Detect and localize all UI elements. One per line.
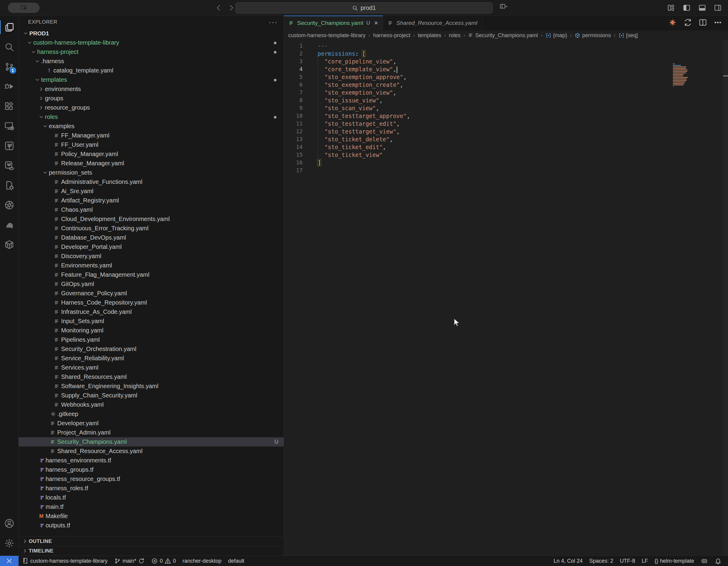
tree-item-harness-groups-tf[interactable]: harness_groups.tf: [19, 465, 284, 474]
breadcrumb-item[interactable]: permissions: [575, 32, 611, 39]
tree-item-groups[interactable]: groups: [19, 94, 284, 103]
status-notifications[interactable]: [711, 556, 725, 566]
more-actions-icon[interactable]: ···: [269, 18, 278, 26]
tree-item--gitkeep[interactable]: .gitkeep: [19, 409, 284, 419]
code-line-1[interactable]: 1---: [284, 42, 728, 50]
section-timeline[interactable]: TIMELINE: [19, 546, 284, 556]
tree-item-policy-manager-yaml[interactable]: Policy_Manager.yaml: [19, 150, 284, 159]
tree-item-ff-manager-yaml[interactable]: FF_Manager.yaml: [19, 131, 284, 140]
tab-shared-resource-access-yaml[interactable]: Shared_Resource_Access.yaml: [383, 16, 482, 31]
code-line-12[interactable]: 12 "sto_testtarget_view",: [284, 128, 728, 135]
toggle-sidebar-button[interactable]: [682, 3, 691, 13]
sparkle-button[interactable]: [668, 18, 677, 28]
tree-item-webhooks-yaml[interactable]: Webhooks.yaml: [19, 400, 284, 409]
tree-item-service-reliability-yaml[interactable]: Service_Reliability.yaml: [19, 354, 284, 363]
scrollbar[interactable]: [723, 40, 728, 556]
section-outline[interactable]: OUTLINE: [19, 536, 284, 546]
activity-item-extensions[interactable]: [0, 96, 19, 116]
tree-item-ai-sre-yaml[interactable]: Ai_Sre.yaml: [19, 187, 284, 196]
code-line-4[interactable]: 4 "core_template_view",: [284, 65, 728, 73]
status-remote-indicator[interactable]: [0, 556, 19, 566]
tree-item-monitoring-yaml[interactable]: Monitoring.yaml: [19, 326, 284, 335]
tree-item-services-yaml[interactable]: Services.yaml: [19, 363, 284, 372]
activity-item-explorer[interactable]: [0, 17, 19, 37]
code-line-8[interactable]: 8 "sto_issue_view",: [284, 96, 728, 104]
activity-item-terraform-cloud[interactable]: [0, 156, 19, 176]
tree-item-harness-project[interactable]: harness-project: [19, 47, 284, 57]
tree-item-project-admin-yaml[interactable]: Project_Admin.yaml: [19, 428, 284, 437]
activity-item-run-and-debug[interactable]: [0, 77, 19, 96]
tree-item-permission-sets[interactable]: permission_sets: [19, 168, 284, 177]
breadcrumb-item[interactable]: Security_Champions.yaml: [468, 32, 538, 39]
status-kube-namespace[interactable]: default: [225, 556, 247, 566]
tree-item--harness[interactable]: .harness: [19, 57, 284, 66]
status-indentation[interactable]: Spaces: 2: [586, 556, 617, 566]
tab-security-champions-yaml[interactable]: Security_Champions.yamlU×: [284, 16, 383, 31]
toggle-panel-button[interactable]: [697, 3, 707, 13]
split-editor-button[interactable]: [699, 18, 707, 28]
tree-item-environments-yaml[interactable]: Environments.yaml: [19, 261, 284, 270]
status-copilot[interactable]: [697, 556, 711, 566]
code-line-17[interactable]: 17: [284, 167, 728, 174]
tree-item-examples[interactable]: examples: [19, 122, 284, 131]
tree-item-pipelines-yaml[interactable]: Pipelines.yaml: [19, 335, 284, 344]
tree-item-environments[interactable]: environments: [19, 85, 284, 94]
status-kube-context[interactable]: rancher-desktop: [179, 556, 225, 566]
status-cursor-position[interactable]: Ln 4, Col 24: [550, 556, 586, 566]
code-line-15[interactable]: 15 "sto_ticket_view": [284, 151, 728, 159]
layout-dropdown-button[interactable]: [500, 3, 508, 11]
activity-item-infracost[interactable]: [0, 176, 19, 195]
screen-share-indicator[interactable]: [8, 3, 40, 13]
status-encoding[interactable]: UTF-8: [617, 556, 638, 566]
tree-item-prod1[interactable]: PROD1: [19, 29, 284, 38]
breadcrumb-item[interactable]: {map}: [546, 32, 567, 39]
sync-button[interactable]: [684, 18, 692, 28]
tree-item-locals-tf[interactable]: locals.tf: [19, 493, 284, 502]
code-line-7[interactable]: 7 "sto_exemption_view",: [284, 89, 728, 96]
activity-item-ansible[interactable]: [0, 215, 19, 235]
activity-item-remote-explorer[interactable]: [0, 116, 19, 136]
minimap[interactable]: [673, 64, 688, 87]
tree-item-input-sets-yaml[interactable]: Input_Sets.yaml: [19, 316, 284, 326]
tree-item-shared-resources-yaml[interactable]: Shared_Resources.yaml: [19, 372, 284, 381]
command-center-search[interactable]: prod1: [235, 2, 493, 13]
tree-item-catalog-template-yaml[interactable]: !catalog_template.yaml: [19, 66, 284, 75]
activity-item-search[interactable]: [0, 37, 19, 57]
activity-item-source-control[interactable]: 1: [0, 57, 19, 77]
status-language-mode[interactable]: {}helm-template: [651, 556, 697, 566]
status-problems[interactable]: 00: [148, 556, 179, 566]
status-git-branch[interactable]: main*: [111, 556, 148, 566]
tree-item-ff-user-yaml[interactable]: FF_User.yaml: [19, 140, 284, 150]
tree-item-resource-groups[interactable]: resource_groups: [19, 103, 284, 112]
tree-item-shared-resource-access-yaml[interactable]: Shared_Resource_Access.yaml: [19, 446, 284, 456]
tree-item-custom-harness-template-library[interactable]: custom-harness-template-library: [19, 38, 284, 47]
tree-item-cloud-development-environments-yaml[interactable]: Cloud_Development_Environments.yaml: [19, 215, 284, 224]
tree-item-discovery-yaml[interactable]: Discovery.yaml: [19, 252, 284, 261]
tree-item-harness-resource-groups-tf[interactable]: harness_resource_groups.tf: [19, 474, 284, 484]
breadcrumb-item[interactable]: roles: [449, 32, 460, 39]
tree-item-infrastruce-as-code-yaml[interactable]: Infrastruce_As_Code.yaml: [19, 307, 284, 316]
code-line-16[interactable]: 16]: [284, 159, 728, 167]
tree-item-governance-policy-yaml[interactable]: Governance_Policy.yaml: [19, 289, 284, 298]
tree-item-supply-chain-security-yaml[interactable]: Supply_Chain_Security.yaml: [19, 391, 284, 400]
code-line-10[interactable]: 10 "sto_testtarget_approve",: [284, 112, 728, 120]
activity-item-accounts[interactable]: [0, 514, 19, 533]
breadcrumb-item[interactable]: [seq]: [619, 32, 638, 39]
tree-item-roles[interactable]: roles: [19, 112, 284, 122]
code-line-11[interactable]: 11 "sto_testtarget_edit",: [284, 120, 728, 128]
code-line-14[interactable]: 14 "sto_ticket_edit",: [284, 143, 728, 151]
tree-item-feature-flag-management-yaml[interactable]: Feature_Flag_Management.yaml: [19, 270, 284, 280]
tree-item-main-tf[interactable]: main.tf: [19, 502, 284, 511]
tree-item-administrative-functions-yaml[interactable]: Administrative_Functions.yaml: [19, 177, 284, 187]
status-eol[interactable]: LF: [638, 556, 651, 566]
tree-item-developer-yaml[interactable]: Developer.yaml: [19, 419, 284, 428]
tree-item-makefile[interactable]: MMakefile: [19, 511, 284, 521]
tree-item-database-devops-yaml[interactable]: Database_DevOps.yaml: [19, 233, 284, 242]
toggle-secondary-sidebar-button[interactable]: [713, 3, 723, 13]
activity-item-containers[interactable]: [0, 235, 19, 255]
tree-item-outputs-tf[interactable]: outputs.tf: [19, 521, 284, 530]
code-line-13[interactable]: 13 "sto_ticket_delete",: [284, 135, 728, 143]
code-editor[interactable]: 1---2permissions: [3 "core_pipeline_view…: [284, 40, 728, 556]
tree-item-chaos-yaml[interactable]: Chaos.yaml: [19, 205, 284, 215]
tree-item-security-orchestration-yaml[interactable]: Security_Orchestration.yaml: [19, 344, 284, 354]
